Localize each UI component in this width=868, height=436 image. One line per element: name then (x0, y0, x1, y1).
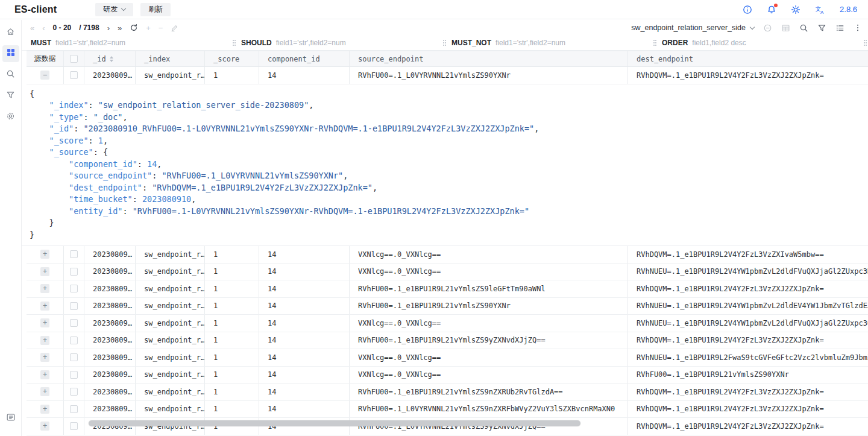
expand-cell: + (27, 418, 64, 435)
row-checkbox[interactable] (70, 422, 78, 430)
score-column-header[interactable]: _score (205, 51, 259, 66)
add-document-button[interactable]: + (146, 24, 151, 32)
language-translate-icon[interactable]: 文 A (815, 5, 825, 14)
sidebar-collapse-button[interactable] (2, 410, 19, 427)
index-selector[interactable]: sw_endpoint_relation_server_side (631, 24, 754, 32)
checkbox-cell (64, 418, 84, 435)
dest-endpoint-cell: RVhNUEU=.1_e1BPU1R9L2V4YW1pbmZvL2dldEV4Y… (628, 298, 868, 315)
home-icon (6, 27, 15, 39)
expand-row-icon[interactable]: + (40, 353, 49, 362)
refresh-results-icon[interactable] (130, 24, 138, 32)
source-endpoint-cell: RVhFU00=.1_e1BPU1R9L21vYmlsZS9nZXRUb2RvT… (350, 384, 628, 400)
expand-row-icon[interactable]: + (40, 318, 49, 327)
remove-document-button[interactable]: − (159, 24, 163, 32)
search-results-icon[interactable] (799, 24, 808, 33)
query-builder-row: MUST field1='str',field2=num SHOULD fiel… (22, 36, 868, 51)
drag-handle-icon[interactable] (440, 36, 447, 50)
prev-page-button[interactable]: ‹ (42, 24, 45, 32)
select-all-checkbox[interactable] (70, 55, 78, 63)
sidebar-item-settings[interactable] (2, 109, 19, 125)
id-column-header[interactable]: _id (84, 51, 136, 66)
horizontal-scrollbar[interactable] (89, 420, 580, 426)
must-query-input[interactable]: MUST field1='str',field2=num (27, 36, 230, 50)
index-column-header[interactable]: _index (136, 51, 205, 66)
more-actions-kebab-icon[interactable] (854, 24, 862, 32)
drag-handle-icon[interactable] (650, 36, 658, 50)
row-checkbox[interactable] (70, 71, 78, 79)
edit-document-icon[interactable] (171, 24, 178, 32)
info-icon[interactable] (743, 5, 752, 14)
score-cell: 1 (205, 315, 259, 332)
expand-row-icon[interactable]: + (40, 284, 49, 293)
env-dropdown-label: 研发 (103, 4, 118, 14)
row-checkbox[interactable] (70, 336, 78, 344)
row-checkbox[interactable] (70, 388, 78, 396)
results-toolbar: « ‹ 0 - 20 / 7198 › » + − sw_endpoint_re… (22, 20, 868, 36)
dashboard-grid-icon (7, 48, 15, 59)
drag-handle-icon[interactable] (230, 36, 237, 50)
first-page-button[interactable]: « (30, 24, 34, 32)
order-placeholder: field1,field2 desc (692, 39, 746, 47)
should-query-input[interactable]: SHOULD field1='str',field2=num (237, 36, 440, 50)
id-cell: 20230809… (84, 246, 136, 263)
expand-row-icon[interactable]: + (40, 422, 49, 431)
expand-row-icon[interactable]: + (40, 302, 49, 311)
minus-circle-icon[interactable] (763, 24, 772, 33)
theme-sun-icon[interactable] (791, 5, 800, 14)
source-endpoint-column-header[interactable]: source_endpoint (350, 51, 628, 66)
sidebar-item-dashboard[interactable] (2, 45, 19, 62)
row-checkbox[interactable] (70, 268, 78, 276)
drag-handle-icon[interactable] (861, 36, 868, 50)
component-id-column-header[interactable]: component_id (259, 51, 350, 66)
next-page-button[interactable]: › (107, 24, 110, 32)
expand-row-icon[interactable]: + (40, 405, 49, 414)
table-row: +20230809…sw_endpoint_r…114VXNlcg==.0_VX… (27, 315, 868, 332)
index-cell: sw_endpoint_r… (136, 246, 205, 263)
index-selector-value: sw_endpoint_relation_server_side (631, 24, 746, 32)
row-checkbox[interactable] (70, 285, 78, 292)
expand-cell: + (27, 264, 64, 280)
env-dropdown-button[interactable]: 研发 (95, 3, 133, 16)
refresh-connection-label: 刷新 (148, 4, 163, 14)
collapse-row-icon[interactable]: − (40, 71, 49, 80)
must-not-query-input[interactable]: MUST_NOT field1='str',field2=num (447, 36, 650, 50)
index-cell: sw_endpoint_r… (136, 367, 205, 384)
row-checkbox[interactable] (70, 353, 78, 361)
json-document-viewer: { "_index": "sw_endpoint_relation_server… (22, 84, 868, 247)
index-cell: sw_endpoint_r… (136, 264, 205, 280)
last-page-button[interactable]: » (118, 24, 122, 32)
expand-row-icon[interactable]: + (40, 387, 49, 396)
version-label[interactable]: 2.8.6 (840, 5, 857, 14)
index-cell: sw_endpoint_r… (136, 315, 205, 332)
order-query-input[interactable]: ORDER field1,field2 desc (658, 36, 861, 50)
expand-row-icon[interactable]: + (40, 250, 49, 259)
table-view-icon[interactable] (781, 24, 790, 33)
sort-icon[interactable] (110, 56, 113, 62)
sidebar-item-search[interactable] (2, 66, 19, 83)
notifications-bell-icon[interactable] (767, 5, 776, 14)
id-cell: 20230809… (84, 280, 136, 297)
component-id-cell: 14 (259, 315, 350, 332)
row-checkbox[interactable] (70, 371, 78, 379)
dest-endpoint-column-header[interactable]: dest_endpoint (628, 51, 868, 66)
row-checkbox[interactable] (70, 319, 78, 327)
checkbox-cell (64, 332, 84, 349)
row-checkbox[interactable] (70, 405, 78, 413)
expand-cell: + (27, 298, 64, 315)
expand-cell: + (27, 280, 64, 297)
sidebar-item-home[interactable] (2, 24, 19, 41)
expand-row-icon[interactable]: + (40, 370, 49, 379)
sidebar-item-filter[interactable] (2, 87, 19, 104)
chevron-down-icon (750, 24, 755, 29)
filter-funnel-icon (6, 90, 15, 102)
expand-row-icon[interactable]: + (40, 267, 49, 276)
id-cell: 20230809… (84, 264, 136, 280)
table-row: +20230809…sw_endpoint_r…114RVhFU00=.1_e1… (27, 298, 868, 315)
should-label: SHOULD (241, 39, 272, 47)
column-settings-icon[interactable] (835, 24, 844, 33)
row-checkbox[interactable] (70, 250, 78, 258)
row-checkbox[interactable] (70, 302, 78, 310)
expand-row-icon[interactable]: + (40, 336, 49, 345)
refresh-connection-button[interactable]: 刷新 (140, 3, 171, 16)
filter-results-icon[interactable] (817, 24, 826, 33)
